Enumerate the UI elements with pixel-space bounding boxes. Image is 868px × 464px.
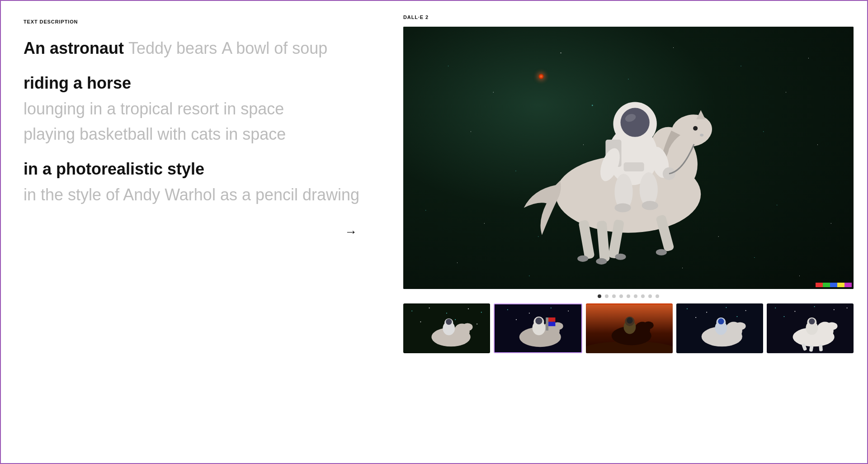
svg-point-10 (596, 258, 607, 265)
thumbnail-1[interactable] (403, 303, 490, 353)
svg-point-47 (516, 319, 517, 320)
color-block-blue (830, 283, 837, 287)
text-alt-1a[interactable]: Teddy bears (128, 38, 217, 59)
svg-point-31 (468, 308, 469, 309)
text-description-label: TEXT DESCRIPTION (24, 19, 367, 24)
svg-point-68 (726, 307, 726, 308)
dot-4[interactable] (619, 294, 623, 298)
svg-rect-90 (819, 345, 823, 351)
dot-5[interactable] (627, 294, 630, 298)
svg-point-29 (429, 308, 430, 308)
svg-point-38 (462, 323, 473, 331)
text-alt-2b[interactable]: playing basketball with cats in space (24, 124, 286, 145)
main-layout: TEXT DESCRIPTION An astronaut Teddy bear… (1, 1, 867, 463)
svg-point-5 (700, 134, 704, 137)
right-panel: DALL·E 2 (390, 1, 867, 463)
text-active-1[interactable]: An astronaut (24, 38, 124, 59)
dalle-label: DALL·E 2 (403, 14, 854, 20)
svg-point-25 (615, 203, 631, 212)
text-active-2[interactable]: riding a horse (24, 73, 131, 94)
text-alt-3b[interactable]: as a pencil drawing (220, 185, 359, 206)
svg-point-64 (627, 317, 632, 323)
main-image (403, 27, 854, 289)
dot-2[interactable] (605, 294, 609, 298)
astronaut-horse-image (471, 40, 786, 276)
svg-point-70 (695, 317, 696, 318)
svg-rect-53 (548, 322, 555, 327)
svg-point-41 (446, 319, 452, 325)
svg-point-30 (446, 312, 447, 313)
left-panel: TEXT DESCRIPTION An astronaut Teddy bear… (1, 1, 390, 463)
dot-8[interactable] (648, 294, 652, 298)
main-image-container (403, 27, 854, 289)
thumbnails-row (403, 303, 854, 353)
text-alt-2a[interactable]: lounging in a tropical resort in space (24, 99, 284, 120)
svg-point-28 (411, 311, 412, 312)
svg-point-79 (775, 308, 776, 308)
svg-point-69 (745, 310, 746, 311)
svg-point-34 (455, 319, 456, 320)
svg-point-67 (706, 312, 707, 313)
svg-point-81 (814, 306, 815, 307)
svg-point-11 (615, 254, 626, 260)
generate-arrow[interactable]: → (344, 225, 357, 239)
svg-point-84 (783, 316, 784, 317)
color-block-magenta (844, 283, 852, 287)
svg-point-56 (535, 317, 542, 324)
svg-point-46 (568, 311, 569, 312)
svg-point-77 (718, 318, 724, 324)
svg-point-74 (735, 322, 746, 330)
svg-marker-3 (697, 110, 706, 119)
svg-rect-52 (548, 317, 555, 322)
color-strip (816, 283, 852, 287)
color-block-red (816, 283, 823, 287)
dot-7[interactable] (641, 294, 645, 298)
svg-point-87 (826, 322, 838, 330)
svg-point-12 (656, 249, 667, 256)
thumbnail-2[interactable] (494, 303, 582, 353)
thumbnail-3[interactable] (586, 303, 673, 353)
svg-point-33 (420, 322, 421, 322)
svg-point-71 (736, 316, 737, 317)
svg-point-80 (794, 311, 795, 312)
color-block-yellow (837, 283, 844, 287)
color-block-green (823, 283, 830, 287)
svg-rect-51 (546, 317, 548, 331)
svg-point-66 (687, 308, 688, 309)
dot-3[interactable] (612, 294, 616, 298)
svg-point-4 (693, 126, 698, 131)
text-alt-3a[interactable]: in the style of Andy Warhol (24, 185, 216, 206)
svg-point-35 (476, 323, 477, 324)
text-line-1: An astronaut Teddy bears A bowl of soup (24, 38, 367, 59)
text-line-2: riding a horse lounging in a tropical re… (24, 73, 367, 145)
svg-point-32 (481, 312, 482, 313)
svg-point-44 (529, 312, 530, 313)
svg-point-26 (642, 201, 658, 210)
svg-rect-19 (624, 162, 644, 171)
dot-6[interactable] (634, 294, 637, 298)
image-pagination-dots (403, 289, 854, 303)
text-alt-1b[interactable]: A bowl of soup (222, 38, 327, 59)
text-active-3[interactable]: in a photorealistic style (24, 159, 204, 180)
text-description-area: An astronaut Teddy bears A bowl of soup … (24, 38, 367, 445)
svg-point-83 (847, 308, 848, 308)
text-line-3: in a photorealistic style in the style o… (24, 159, 367, 206)
thumbnail-5[interactable] (767, 303, 854, 353)
svg-point-17 (621, 108, 650, 137)
svg-point-93 (809, 318, 815, 324)
svg-point-43 (507, 309, 508, 310)
thumbnail-4[interactable] (676, 303, 763, 353)
svg-point-45 (551, 308, 552, 308)
svg-point-13 (578, 256, 589, 262)
dot-1[interactable] (598, 294, 601, 298)
svg-point-61 (643, 322, 654, 329)
dot-9[interactable] (656, 294, 659, 298)
svg-point-82 (834, 309, 835, 310)
